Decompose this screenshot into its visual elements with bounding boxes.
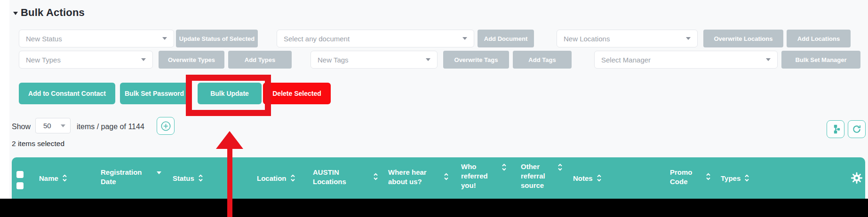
bulk-actions-row-2: New Types Overwrite Types Add Types New … [19, 51, 860, 69]
page-size-select[interactable]: 50 [35, 118, 71, 133]
sort-icon [502, 163, 507, 171]
bulk-update-button[interactable]: Bulk Update [198, 83, 262, 104]
bulk-actions-row-3: Add to Constant Contact Bulk Set Passwor… [19, 83, 331, 104]
column-label: Notes [573, 174, 593, 182]
sort-icon [597, 174, 602, 182]
column-header-location[interactable]: Location [257, 157, 295, 199]
page-title: Bulk Actions [21, 7, 85, 19]
column-label: Promo Code [670, 168, 698, 186]
chevron-down-icon [141, 58, 146, 61]
new-types-placeholder: New Types [26, 56, 61, 64]
left-gutter [0, 0, 9, 199]
selection-count-label: 2 items selected [12, 140, 64, 148]
refresh-button[interactable] [848, 120, 866, 138]
column-label: Other referral source [521, 162, 552, 190]
column-label: Registration Date [101, 168, 150, 186]
column-header-types[interactable]: Types [721, 157, 749, 199]
sort-icon [557, 163, 563, 171]
hierarchy-icon [830, 124, 841, 134]
page: Bulk Actions New Status Update Status of… [0, 0, 868, 217]
select-page-checkbox[interactable] [16, 182, 24, 189]
update-status-button[interactable]: Update Status of Selected [176, 30, 258, 47]
select-all-checkbox[interactable] [16, 171, 24, 178]
column-header-registration-date[interactable]: Registration Date [101, 168, 162, 186]
add-types-button[interactable]: Add Types [228, 51, 292, 69]
delete-selected-button[interactable]: Delete Selected [263, 83, 331, 104]
show-label: Show [12, 123, 31, 131]
table-header: Name Registration Date Status Location A… [12, 157, 865, 199]
sort-icon [744, 174, 749, 182]
new-status-placeholder: New Status [26, 35, 62, 43]
page-size-value: 50 [43, 122, 51, 130]
new-tags-select[interactable]: New Tags [311, 51, 438, 69]
column-header-name[interactable]: Name [39, 157, 67, 199]
document-select[interactable]: Select any document [277, 30, 474, 47]
refresh-icon [852, 124, 862, 134]
select-manager-select[interactable]: Select Manager [594, 51, 778, 69]
add-view-button[interactable] [157, 117, 175, 135]
column-header-where-hear[interactable]: Where hear about us? [388, 168, 449, 186]
chevron-down-icon [462, 37, 467, 40]
chevron-down-icon [686, 37, 691, 40]
column-label: Where hear about us? [388, 168, 437, 186]
sort-icon [444, 172, 449, 181]
column-header-promo-code[interactable]: Promo Code [670, 168, 711, 186]
column-label: Status [173, 174, 194, 182]
column-header-austin-locations[interactable]: AUSTIN Locations [313, 168, 378, 186]
new-tags-placeholder: New Tags [318, 56, 349, 64]
new-types-select[interactable]: New Types [19, 51, 153, 69]
sort-icon [706, 172, 711, 181]
column-label: AUSTIN Locations [313, 168, 356, 186]
annotation-arrow-icon [216, 131, 243, 149]
chevron-down-icon [162, 37, 167, 40]
overwrite-locations-button[interactable]: Overwrite Locations [703, 30, 783, 47]
select-manager-placeholder: Select Manager [601, 56, 651, 64]
collapse-caret-icon[interactable] [13, 12, 18, 15]
sorted-desc-caret-icon [156, 171, 162, 175]
sort-icon [62, 174, 67, 182]
add-tags-button[interactable]: Add Tags [513, 51, 572, 69]
add-document-button[interactable]: Add Document [478, 30, 534, 47]
items-per-page-label: items / page of 1144 [77, 123, 144, 131]
add-locations-button[interactable]: Add Locations [787, 30, 851, 47]
sort-icon [373, 172, 378, 181]
chevron-down-icon [426, 58, 430, 61]
chevron-down-icon [766, 58, 771, 61]
column-label: Types [721, 174, 741, 182]
column-label: Location [257, 174, 287, 182]
sort-icon [290, 174, 295, 182]
sort-icon [198, 174, 203, 182]
table-settings-button[interactable] [851, 172, 863, 184]
plus-circle-icon [160, 121, 171, 132]
bulk-set-password-button[interactable]: Bulk Set Password [120, 83, 189, 104]
column-label: Who referred you! [461, 162, 496, 190]
column-header-status[interactable]: Status [173, 157, 203, 199]
hierarchy-view-button[interactable] [827, 120, 844, 138]
column-header-who-referred[interactable]: Who referred you! [461, 162, 507, 190]
column-header-other-referral[interactable]: Other referral source [521, 162, 563, 190]
new-status-select[interactable]: New Status [19, 30, 174, 47]
bulk-set-manager-button[interactable]: Bulk Set Manager [781, 51, 860, 69]
new-locations-placeholder: New Locations [564, 35, 610, 43]
overwrite-types-button[interactable]: Overwrite Types [159, 51, 224, 69]
gear-icon [851, 172, 863, 184]
add-to-constant-contact-button[interactable]: Add to Constant Contact [19, 83, 115, 104]
chevron-down-icon [61, 124, 65, 127]
bulk-actions-row-1: New Status Update Status of Selected Sel… [19, 30, 851, 47]
document-placeholder: Select any document [284, 35, 350, 43]
bottom-black-bar [0, 199, 868, 217]
column-header-notes[interactable]: Notes [573, 157, 602, 199]
overwrite-tags-button[interactable]: Overwrite Tags [443, 51, 509, 69]
new-locations-select[interactable]: New Locations [557, 30, 698, 47]
column-label: Name [39, 174, 58, 182]
